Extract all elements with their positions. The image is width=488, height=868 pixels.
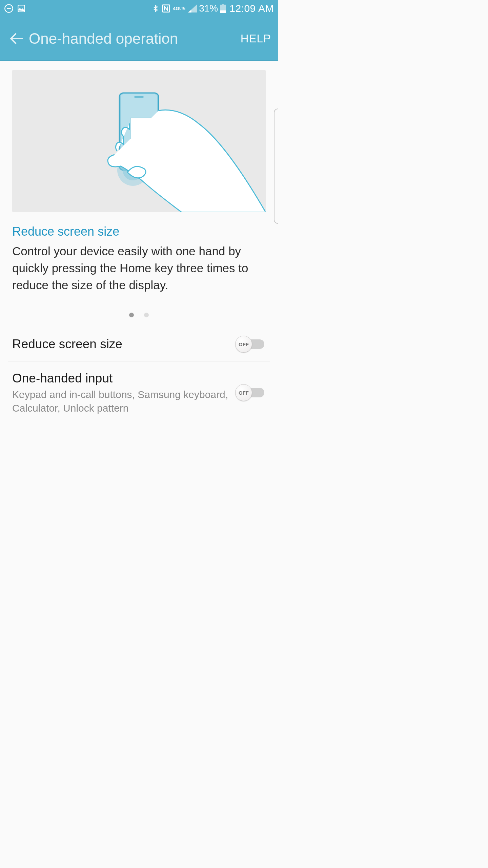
- svg-rect-6: [220, 11, 226, 13]
- setting-title: One-handed input: [12, 370, 228, 387]
- bluetooth-icon: [152, 4, 159, 13]
- promo-description: Control your device easily with one hand…: [12, 243, 266, 294]
- toggle-reduce-screen-size[interactable]: OFF: [235, 338, 266, 351]
- toggle-knob-label: OFF: [235, 336, 252, 353]
- nfc-icon: [161, 4, 171, 13]
- promo-illustration[interactable]: [12, 70, 266, 212]
- app-bar: One-handed operation HELP: [0, 17, 278, 61]
- toggle-one-handed-input[interactable]: OFF: [235, 386, 266, 399]
- setting-title: Reduce screen size: [12, 336, 228, 352]
- status-bar: 4GLTE 31% 12:09 AM: [0, 0, 278, 17]
- setting-row-one-handed-input[interactable]: One-handed input Keypad and in-call butt…: [8, 361, 270, 424]
- svg-rect-5: [222, 4, 224, 5]
- promo-title: Reduce screen size: [12, 224, 266, 239]
- page-dot-1[interactable]: [129, 313, 134, 317]
- edge-panel-handle[interactable]: [274, 108, 278, 224]
- setting-row-reduce-screen-size[interactable]: Reduce screen size OFF: [8, 327, 270, 361]
- back-button[interactable]: [7, 29, 25, 48]
- dnd-icon: [4, 4, 14, 13]
- page-title: One-handed operation: [29, 30, 241, 47]
- signal-icon: [187, 4, 197, 13]
- svg-rect-11: [134, 96, 144, 98]
- network-4g-icon: 4GLTE: [173, 6, 185, 11]
- settings-list: Reduce screen size OFF One-handed input …: [8, 327, 270, 424]
- setting-subtitle: Keypad and in-call buttons, Samsung keyb…: [12, 388, 228, 415]
- battery-icon: [220, 4, 226, 13]
- page-dot-2[interactable]: [144, 313, 149, 317]
- clock-text: 12:09 AM: [229, 3, 274, 14]
- help-button[interactable]: HELP: [241, 32, 271, 45]
- battery-percent: 31%: [199, 3, 218, 14]
- toggle-knob-label: OFF: [235, 384, 252, 401]
- picture-icon: [17, 4, 26, 13]
- page-indicator[interactable]: [0, 313, 278, 317]
- hand-phone-illustration: [12, 70, 266, 212]
